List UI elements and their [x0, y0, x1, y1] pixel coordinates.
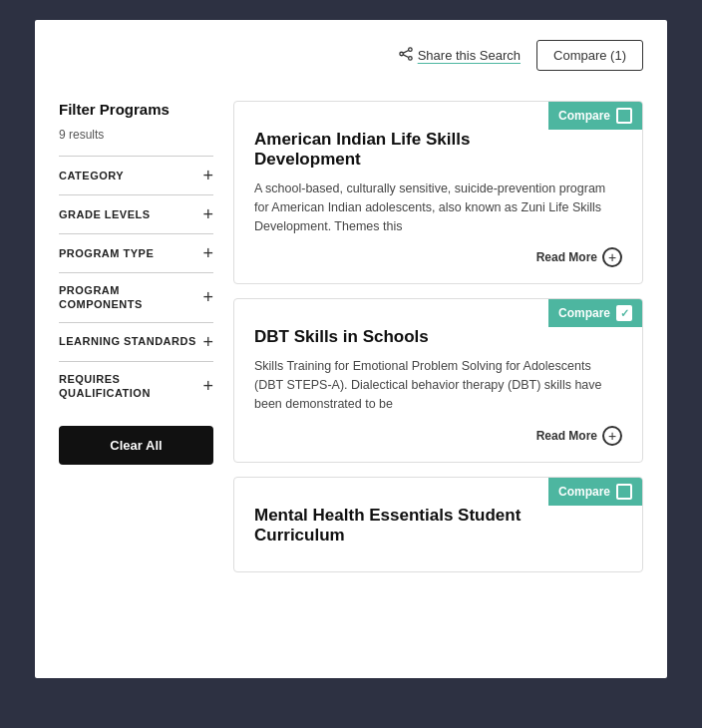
compare-tag-1[interactable]: Compare: [548, 102, 642, 130]
filter-program-type-icon: +: [202, 244, 213, 262]
read-more-label-1: Read More: [536, 250, 597, 264]
svg-line-4: [403, 55, 408, 58]
svg-point-2: [408, 57, 412, 61]
program-desc-2: Skills Training for Emotional Problem So…: [254, 357, 622, 413]
filter-grade-levels-label: GRADE LEVELS: [59, 207, 151, 221]
filter-program-components-label: PROGRAM COMPONENTS: [59, 283, 202, 312]
filter-category[interactable]: CATEGORY +: [59, 156, 213, 194]
filter-program-type[interactable]: PROGRAM TYPE +: [59, 233, 213, 272]
svg-point-1: [400, 52, 404, 56]
main-container: Share this Search Compare (1) Filter Pro…: [35, 20, 667, 678]
program-title-2: DBT Skills in Schools: [254, 327, 622, 347]
results-count: 9 results: [59, 128, 213, 142]
filter-program-components[interactable]: PROGRAM COMPONENTS +: [59, 272, 213, 322]
compare-tag-3[interactable]: Compare: [548, 478, 642, 506]
compare-checkbox-2[interactable]: [616, 305, 632, 321]
filter-program-type-label: PROGRAM TYPE: [59, 246, 154, 260]
filter-grade-levels[interactable]: GRADE LEVELS +: [59, 194, 213, 233]
program-card-3: Compare Mental Health Essentials Student…: [233, 477, 643, 572]
filter-requires-qualification-icon: +: [202, 377, 213, 395]
top-bar: Share this Search Compare (1): [59, 40, 643, 81]
filter-learning-standards[interactable]: LEARNING STANDARDS +: [59, 322, 213, 361]
svg-point-0: [408, 48, 412, 52]
compare-label-2: Compare: [558, 306, 610, 320]
program-title-1: American Indian Life Skills Development: [254, 130, 622, 170]
share-search-button[interactable]: Share this Search: [399, 47, 521, 64]
clear-all-button[interactable]: Clear All: [59, 426, 213, 465]
svg-line-3: [403, 51, 408, 54]
filter-program-components-icon: +: [202, 288, 213, 306]
compare-tag-2[interactable]: Compare: [548, 299, 642, 327]
program-card-2: Compare DBT Skills in Schools Skills Tra…: [233, 298, 643, 462]
filter-learning-standards-label: LEARNING STANDARDS: [59, 334, 196, 348]
compare-checkbox-1[interactable]: [616, 108, 632, 124]
filter-category-label: CATEGORY: [59, 169, 124, 182]
read-more-icon-2: +: [602, 426, 622, 446]
sidebar: Filter Programs 9 results CATEGORY + GRA…: [59, 101, 213, 572]
share-icon: [399, 47, 413, 64]
content-area: Filter Programs 9 results CATEGORY + GRA…: [59, 101, 643, 572]
read-more-2[interactable]: Read More +: [254, 426, 622, 446]
programs-list: Compare American Indian Life Skills Deve…: [233, 101, 643, 572]
program-card-1: Compare American Indian Life Skills Deve…: [233, 101, 643, 284]
read-more-label-2: Read More: [536, 429, 597, 443]
compare-checkbox-3[interactable]: [616, 484, 632, 500]
compare-label-1: Compare: [558, 109, 610, 123]
filter-category-icon: +: [202, 167, 213, 184]
read-more-1[interactable]: Read More +: [254, 247, 622, 267]
filter-title: Filter Programs: [59, 101, 213, 118]
clear-all-label: Clear All: [110, 438, 162, 453]
compare-label-3: Compare: [558, 485, 610, 499]
filter-learning-standards-icon: +: [202, 333, 213, 351]
filter-requires-qualification[interactable]: REQUIRES QUALIFICATION +: [59, 361, 213, 411]
program-title-3: Mental Health Essentials Student Curricu…: [254, 506, 622, 546]
compare-top-button[interactable]: Compare (1): [536, 40, 643, 71]
share-search-label: Share this Search: [418, 48, 521, 63]
read-more-icon-1: +: [602, 247, 622, 267]
compare-top-label: Compare (1): [553, 48, 626, 63]
program-desc-1: A school-based, culturally sensitive, su…: [254, 180, 622, 235]
filter-grade-levels-icon: +: [202, 205, 213, 223]
filter-requires-qualification-label: REQUIRES QUALIFICATION: [59, 372, 202, 401]
